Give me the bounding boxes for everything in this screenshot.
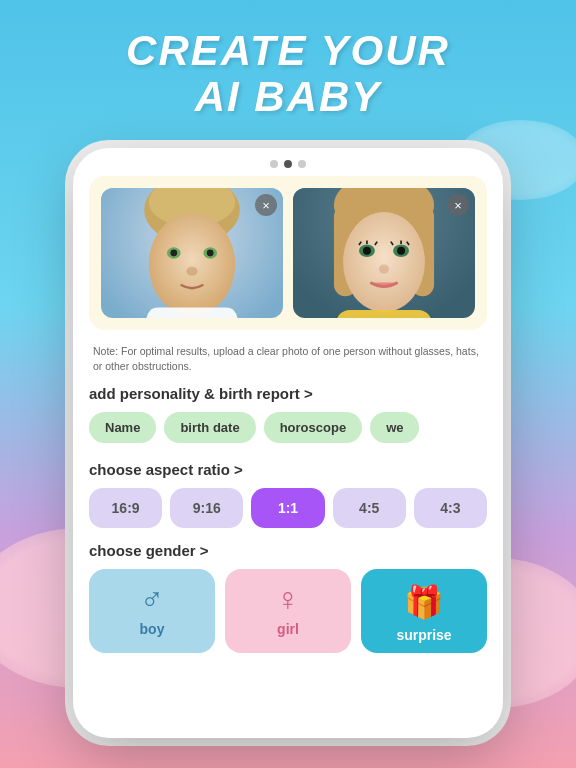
personality-tags-row: Name birth date horoscope we xyxy=(89,412,487,447)
tag-we[interactable]: we xyxy=(370,412,419,443)
aspect-ratio-row: 16:9 9:16 1:1 4:5 4:3 xyxy=(89,488,487,528)
aspect-4-3[interactable]: 4:3 xyxy=(414,488,487,528)
aspect-4-5[interactable]: 4:5 xyxy=(333,488,406,528)
svg-rect-20 xyxy=(336,310,432,318)
dot-3 xyxy=(298,160,306,168)
svg-point-6 xyxy=(170,250,177,257)
gender-girl-button[interactable]: ♀ girl xyxy=(225,569,351,653)
svg-point-7 xyxy=(207,250,214,257)
svg-point-8 xyxy=(186,267,197,276)
photo-note: Note: For optimal results, upload a clea… xyxy=(89,340,487,381)
aspect-1-1[interactable]: 1:1 xyxy=(251,488,324,528)
tag-horoscope[interactable]: horoscope xyxy=(264,412,362,443)
gender-row: ♂ boy ♀ girl 🎁 surprise xyxy=(89,569,487,653)
device-frame: × xyxy=(73,148,503,738)
photo-upload-row: × xyxy=(89,176,487,330)
aspect-16-9[interactable]: 16:9 xyxy=(89,488,162,528)
girl-label: girl xyxy=(277,621,299,637)
svg-point-19 xyxy=(379,264,389,273)
surprise-label: surprise xyxy=(396,627,451,643)
aspect-ratio-section-label[interactable]: choose aspect ratio > xyxy=(89,461,487,478)
girl-icon: ♀ xyxy=(276,583,300,615)
svg-rect-9 xyxy=(147,308,238,318)
svg-point-14 xyxy=(343,212,425,312)
close-female-photo[interactable]: × xyxy=(447,194,469,216)
photo-slot-male[interactable]: × xyxy=(101,188,283,318)
dot-2 xyxy=(284,160,292,168)
boy-icon: ♂ xyxy=(140,583,164,615)
gender-surprise-button[interactable]: 🎁 surprise xyxy=(361,569,487,653)
personality-section-label[interactable]: add personality & birth report > xyxy=(89,385,487,402)
gender-section-label[interactable]: choose gender > xyxy=(89,542,487,559)
device-content: × xyxy=(73,176,503,726)
svg-point-3 xyxy=(149,213,235,315)
tag-birth-date[interactable]: birth date xyxy=(164,412,255,443)
boy-label: boy xyxy=(140,621,165,637)
photo-slot-female[interactable]: × xyxy=(293,188,475,318)
svg-point-18 xyxy=(397,247,405,255)
tag-name[interactable]: Name xyxy=(89,412,156,443)
page-indicator xyxy=(73,148,503,176)
gender-boy-button[interactable]: ♂ boy xyxy=(89,569,215,653)
close-male-photo[interactable]: × xyxy=(255,194,277,216)
page-title: CREATE YOUR AI BABY xyxy=(126,28,450,120)
dot-1 xyxy=(270,160,278,168)
svg-point-17 xyxy=(363,247,371,255)
gift-icon: 🎁 xyxy=(404,583,444,621)
aspect-9-16[interactable]: 9:16 xyxy=(170,488,243,528)
